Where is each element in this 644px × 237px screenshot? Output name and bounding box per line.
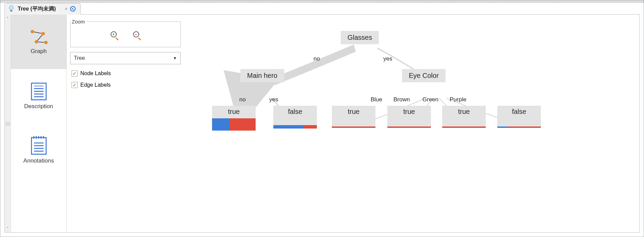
tree-leaf[interactable]: false bbox=[497, 106, 541, 128]
sidebar-item-graph[interactable]: Graph bbox=[11, 15, 66, 69]
svg-point-7 bbox=[35, 40, 38, 44]
main-panel: ˄ ˅ Graph bbox=[4, 14, 640, 233]
checkbox-checked-icon: ✓ bbox=[71, 82, 78, 88]
scroll-grip-icon[interactable] bbox=[5, 121, 10, 125]
zoom-out-button[interactable]: − bbox=[132, 31, 141, 40]
zoom-in-button[interactable]: + bbox=[110, 31, 119, 40]
tree-leaf[interactable]: true bbox=[332, 106, 375, 128]
zoom-group: Zoom + − bbox=[70, 19, 181, 47]
zoom-in-icon: + bbox=[111, 31, 117, 37]
chevron-down-icon: ▼ bbox=[173, 56, 177, 61]
checkbox-checked-icon: ✓ bbox=[71, 70, 78, 77]
svg-point-8 bbox=[44, 41, 48, 44]
edge-label: Blue bbox=[371, 96, 382, 103]
checkbox-node-labels[interactable]: ✓ Node Labels bbox=[71, 70, 181, 77]
sidebar-item-label: Annotations bbox=[23, 157, 54, 164]
sidebar-item-annotations[interactable]: Annotations bbox=[11, 123, 66, 178]
sidebar-item-label: Graph bbox=[31, 48, 47, 55]
checkbox-edge-labels[interactable]: ✓ Edge Labels bbox=[71, 82, 181, 88]
scroll-down-icon[interactable]: ˅ bbox=[7, 224, 9, 232]
edge-label: no bbox=[239, 96, 246, 103]
tree-node-main-hero[interactable]: Main hero bbox=[240, 69, 284, 82]
svg-point-6 bbox=[42, 32, 45, 35]
edge-label: Brown bbox=[393, 96, 410, 103]
zoom-out-icon: − bbox=[133, 31, 139, 37]
tree-leaf[interactable]: true bbox=[212, 106, 256, 131]
edge-label: yes bbox=[383, 55, 392, 62]
zoom-legend: Zoom bbox=[70, 19, 86, 24]
tab-title: Tree (平均未満) bbox=[18, 5, 56, 13]
checkbox-label: Edge Labels bbox=[80, 82, 111, 88]
graph-icon bbox=[30, 29, 48, 45]
edge-label: no bbox=[313, 55, 320, 62]
tab-tree[interactable]: Tree (平均未満) × ↖ bbox=[4, 3, 81, 15]
layout-dropdown[interactable]: Tree ▼ bbox=[70, 52, 181, 64]
controls-panel: Zoom + − Tree ▼ ✓ Node Labels bbox=[67, 15, 184, 232]
lightbulb-icon bbox=[8, 5, 14, 13]
edge-label: yes bbox=[269, 96, 278, 103]
tab-strip: Tree (平均未満) × ↖ bbox=[4, 3, 640, 15]
window-dash-border bbox=[0, 0, 644, 3]
sidebar: Graph Description Annotations bbox=[11, 15, 67, 232]
dropdown-value: Tree bbox=[74, 55, 85, 61]
tree-canvas[interactable]: Glasses no yes Main hero Eye Color no ye… bbox=[184, 15, 639, 232]
tree-leaf[interactable]: true bbox=[442, 106, 486, 128]
tree-leaf[interactable]: false bbox=[273, 106, 317, 129]
refresh-icon[interactable]: ↖ bbox=[70, 6, 76, 12]
tree-node-eye-color[interactable]: Eye Color bbox=[402, 69, 446, 82]
svg-point-0 bbox=[9, 5, 13, 10]
checkbox-label: Node Labels bbox=[80, 70, 111, 77]
edge-label: Green bbox=[422, 96, 438, 103]
scroll-up-icon[interactable]: ˄ bbox=[7, 15, 9, 22]
annotations-icon bbox=[31, 137, 47, 155]
svg-rect-1 bbox=[10, 10, 12, 12]
edge-label: Purple bbox=[450, 96, 466, 103]
close-icon[interactable]: × bbox=[65, 6, 67, 12]
sidebar-item-label: Description bbox=[24, 103, 53, 110]
tree-leaf[interactable]: true bbox=[387, 106, 431, 128]
vertical-scrollbar[interactable]: ˄ ˅ bbox=[5, 15, 11, 232]
svg-point-5 bbox=[31, 30, 34, 33]
sidebar-item-description[interactable]: Description bbox=[11, 69, 66, 123]
document-icon bbox=[31, 83, 47, 100]
tree-node-root[interactable]: Glasses bbox=[341, 31, 379, 44]
